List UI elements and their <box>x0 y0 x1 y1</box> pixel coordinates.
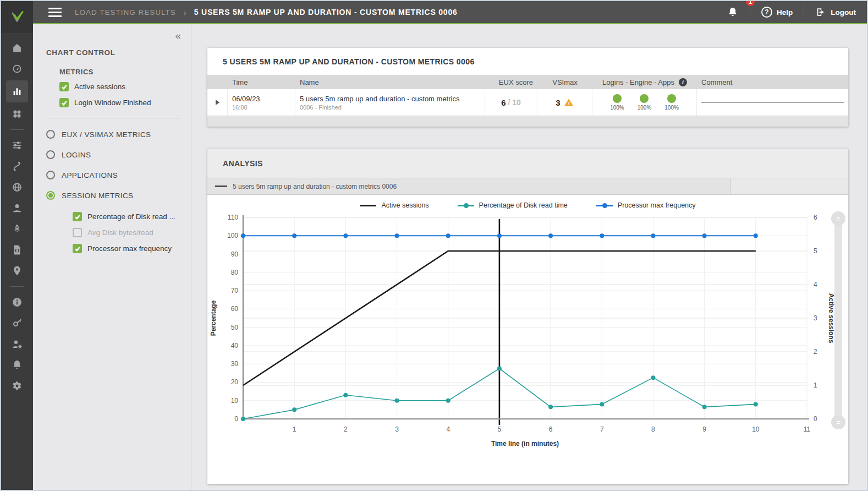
svg-text:!: ! <box>568 101 569 106</box>
col-name: Name <box>295 75 485 89</box>
table-row[interactable]: 06/09/23 16:08 5 users 5m ramp up and du… <box>207 89 848 116</box>
load-testing-results-page: { "topbar": { "breadcrumb_root": "LOAD T… <box>0 0 868 491</box>
sidebar-item-sliders-icon[interactable] <box>6 135 28 156</box>
comment-input[interactable] <box>701 102 844 103</box>
group-radio-eux-vsimax-metrics[interactable]: EUX / VSIMAX METRICS <box>46 130 181 139</box>
svg-text:0: 0 <box>814 415 817 423</box>
checkbox-icon[interactable] <box>73 244 82 253</box>
breadcrumb-root[interactable]: LOAD TESTING RESULTS <box>75 8 176 17</box>
legend-line-icon <box>596 205 613 206</box>
sidebar-item-bell-icon[interactable] <box>6 354 28 375</box>
chart-legend: Active sessions Percentage of Disk read … <box>207 201 848 209</box>
col-logins-label: Logins - Engine - Apps <box>602 78 674 86</box>
login-status: 100% <box>610 94 624 111</box>
test-status: 0006 - Finished <box>300 104 342 111</box>
svg-text:20: 20 <box>231 378 239 386</box>
svg-text:3: 3 <box>395 425 399 433</box>
group-radio-logins[interactable]: LOGINS <box>46 150 181 159</box>
radio-icon[interactable] <box>46 191 55 200</box>
radio-icon[interactable] <box>46 171 55 179</box>
sidebar-item-rocket-icon[interactable] <box>6 219 28 239</box>
group-label: APPLICATIONS <box>62 171 118 179</box>
svg-text:1: 1 <box>293 425 296 433</box>
slider-handle-top[interactable]: = <box>831 211 845 226</box>
logout-button[interactable]: Logout <box>804 1 867 23</box>
login-status: 100% <box>664 94 679 111</box>
user-icon <box>11 202 23 214</box>
vsimax-value: 3 <box>556 98 560 107</box>
group-label: LOGINS <box>62 151 91 159</box>
status-percent: 100% <box>638 105 652 111</box>
sidebar-item-user-settings-icon[interactable] <box>6 334 28 354</box>
svg-text:11: 11 <box>804 425 811 433</box>
test-time: 16:08 <box>232 104 248 111</box>
col-comment: Comment <box>697 75 848 89</box>
notifications-button[interactable]: 1 <box>716 1 750 23</box>
help-label: Help <box>777 8 793 17</box>
legend-item[interactable]: Processor max frequency <box>596 201 696 209</box>
checkbox-icon[interactable] <box>59 98 69 107</box>
analysis-title: ANALYSIS <box>207 149 848 178</box>
app-logo[interactable] <box>1 1 33 33</box>
sidebar-item-gauge-icon[interactable] <box>6 58 28 79</box>
group-radio-applications[interactable]: APPLICATIONS <box>46 171 181 179</box>
top-bar: LOAD TESTING RESULTS › 5 USERS 5M RAMP U… <box>1 1 867 24</box>
info-icon[interactable]: i <box>679 78 687 86</box>
bell-icon <box>11 359 23 371</box>
metric-checkbox-row: Active sessions <box>59 81 181 92</box>
sidebar-item-code-file-icon[interactable] <box>6 239 28 260</box>
checkbox-icon[interactable] <box>73 212 82 221</box>
checkbox-icon[interactable] <box>59 82 69 91</box>
svg-text:9: 9 <box>702 425 706 433</box>
series-strip-stub <box>730 178 848 194</box>
globe-icon <box>11 181 23 193</box>
help-icon: ? <box>761 7 772 18</box>
slider-handle-bottom[interactable]: = <box>831 415 845 429</box>
group-radio-session-metrics[interactable]: SESSION METRICS <box>46 191 181 200</box>
logo-icon <box>9 9 25 25</box>
row-expander-icon[interactable] <box>216 100 219 105</box>
sidebar-item-apps-icon[interactable] <box>6 103 28 124</box>
legend-line-icon <box>360 205 376 206</box>
route-icon <box>11 160 23 172</box>
sidebar-item-gear-icon[interactable] <box>6 375 28 396</box>
sidebar-item-home-icon[interactable] <box>6 37 28 58</box>
bar-chart-icon <box>11 85 23 97</box>
svg-text:4: 4 <box>446 425 450 433</box>
key-icon <box>11 317 23 329</box>
navigation-rail <box>1 1 33 490</box>
chart-control-panel: « CHART CONTROL METRICS Active sessions … <box>33 24 191 490</box>
collapse-panel-icon[interactable]: « <box>46 30 181 44</box>
checkbox-icon[interactable] <box>73 228 82 237</box>
radio-icon[interactable] <box>46 130 55 139</box>
legend-item[interactable]: Percentage of Disk read time <box>458 201 568 209</box>
status-percent: 100% <box>610 105 624 111</box>
group-label: SESSION METRICS <box>62 192 134 200</box>
gear-icon <box>11 380 23 392</box>
metric-label: Processor max frequency <box>87 244 172 253</box>
code-file-icon <box>11 244 23 256</box>
slider-track[interactable] <box>834 217 842 424</box>
col-logins-engine-apps: Logins - Engine - Apps i <box>592 75 697 89</box>
legend-item[interactable]: Active sessions <box>360 201 428 209</box>
metric-label: Avg Disk bytes/read <box>87 228 153 237</box>
sidebar-item-route-icon[interactable] <box>6 156 28 177</box>
sidebar-item-bar-chart-icon[interactable] <box>6 80 28 102</box>
help-button[interactable]: ? Help <box>750 1 804 23</box>
sidebar-item-globe-icon[interactable] <box>6 177 28 198</box>
metrics-checkbox-list: Active sessions Login Window Finished <box>46 81 181 108</box>
legend-label: Percentage of Disk read time <box>479 201 568 209</box>
sidebar-item-user-icon[interactable] <box>6 198 28 219</box>
login-status: 100% <box>638 94 652 111</box>
chart-control-title: CHART CONTROL <box>46 48 181 57</box>
series-toggle[interactable]: 5 users 5m ramp up and duration - custom… <box>207 178 730 194</box>
sidebar-item-location-pin-icon[interactable] <box>6 260 28 281</box>
hamburger-menu-icon[interactable] <box>48 6 62 19</box>
sidebar-item-key-icon[interactable] <box>6 313 28 334</box>
eux-score-max: / 10 <box>508 98 520 107</box>
metric-label: Percentage of Disk read ... <box>87 212 175 221</box>
svg-text:5: 5 <box>498 425 502 433</box>
radio-icon[interactable] <box>46 150 55 159</box>
sidebar-item-info-icon[interactable] <box>6 292 28 313</box>
legend-label: Processor max frequency <box>618 201 696 209</box>
